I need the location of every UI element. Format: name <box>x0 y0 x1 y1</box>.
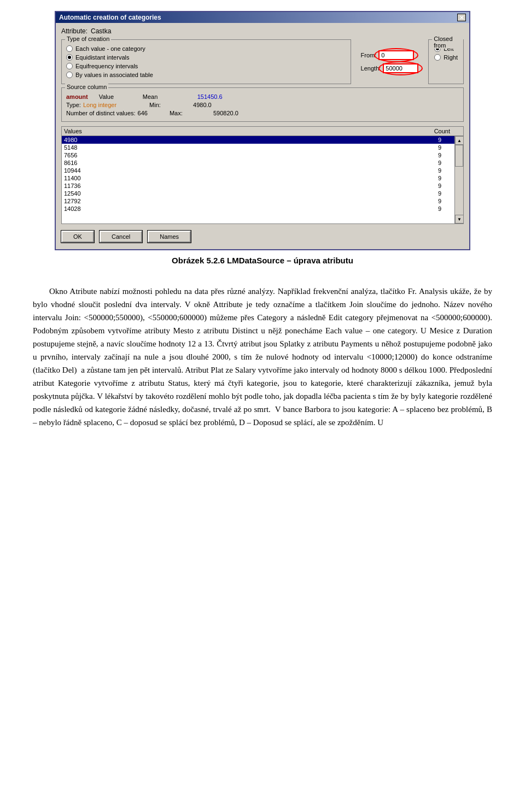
radio-equifrequency[interactable]: Equifrequency intervals <box>66 63 346 69</box>
from-input[interactable] <box>378 50 414 60</box>
value-cell: 12540 <box>64 190 425 197</box>
radio-by-values-label: By values in associated table <box>75 72 153 78</box>
scroll-thumb[interactable] <box>455 145 463 167</box>
radio-equifrequency-label: Equifrequency intervals <box>75 63 138 69</box>
attribute-row: Attribute: Castka <box>61 27 464 35</box>
value-cell: 7656 <box>64 152 425 158</box>
attribute-value: Castka <box>91 27 111 35</box>
mean-label: Mean <box>143 93 197 100</box>
type-creation-legend: Type of creation <box>65 36 111 42</box>
table-row[interactable]: 11400 9 <box>62 174 454 182</box>
cancel-button[interactable]: Cancel <box>100 231 142 243</box>
length-row: Length: <box>361 63 419 73</box>
table-row[interactable]: 7656 9 <box>62 151 454 159</box>
dialog-title: Automatic creation of categories <box>59 14 161 21</box>
main-groups-row: Type of creation Each value - one catego… <box>61 39 464 84</box>
table-row[interactable]: 12792 9 <box>62 197 454 205</box>
radio-right-label: Right <box>444 54 458 61</box>
distinct-value: 646 <box>138 110 148 116</box>
value-cell: 11736 <box>64 183 425 189</box>
value-cell: 12792 <box>64 198 425 204</box>
count-cell: 9 <box>425 160 452 166</box>
count-col-header: Count <box>434 128 461 134</box>
closed-from-box: Closed from Left Right <box>428 39 464 84</box>
buttons-row: OK Cancel Names <box>61 228 464 245</box>
source-row-1: amount Value Mean 151450.6 <box>66 93 459 100</box>
source-column-box: Source column amount Value Mean 151450.6… <box>61 87 464 122</box>
values-col-header: Values <box>64 128 434 134</box>
from-row: From: <box>361 50 419 60</box>
from-length-box: From: Length: <box>355 39 424 84</box>
max-label: Max: <box>170 110 213 116</box>
attribute-label: Attribute: <box>61 27 88 35</box>
table-row[interactable]: 4980 9 <box>62 136 454 144</box>
names-button[interactable]: Names <box>148 231 191 243</box>
length-input[interactable] <box>383 63 418 73</box>
table-row[interactable]: 12540 9 <box>62 190 454 197</box>
count-cell: 9 <box>425 183 452 189</box>
dialog-content: Attribute: Castka Type of creation Each … <box>56 23 469 249</box>
scroll-down-btn[interactable]: ▼ <box>455 215 463 223</box>
radio-equidistant-btn[interactable] <box>66 54 73 61</box>
scroll-up-btn[interactable]: ▲ <box>455 136 463 145</box>
radio-right-btn[interactable] <box>434 54 441 61</box>
count-cell: 9 <box>425 137 452 143</box>
close-button[interactable]: ✕ <box>457 14 466 21</box>
value-cell: 11400 <box>64 175 425 181</box>
table-row[interactable]: 10944 9 <box>62 167 454 174</box>
values-table-body[interactable]: 4980 9 5148 9 7656 9 8616 <box>62 136 463 223</box>
table-row[interactable]: 14028 9 <box>62 205 454 213</box>
table-row[interactable]: 8616 9 <box>62 159 454 167</box>
source-row-3: Number of distinct values: 646 Max: 5908… <box>66 110 459 116</box>
closed-from-legend: Closed from <box>432 36 463 49</box>
count-cell: 9 <box>425 152 452 158</box>
source-row-2: Type: Long integer Min: 4980.0 <box>66 102 459 108</box>
scrollbar[interactable]: ▲ ▼ <box>454 136 463 223</box>
radio-by-values[interactable]: By values in associated table <box>66 72 346 78</box>
radio-each-value-label: Each value - one category <box>75 45 145 52</box>
count-cell: 9 <box>425 167 452 174</box>
value-cell: 4980 <box>64 137 425 143</box>
text-content: Okno Atribute nabízí možnosti pohledu na… <box>11 274 514 445</box>
type-creation-box: Type of creation Each value - one catego… <box>61 39 351 84</box>
figure-caption: Obrázek 5.2.6 LMDataSource – úprava atri… <box>11 256 514 265</box>
length-input-wrap <box>383 63 418 73</box>
value-cell: 5148 <box>64 144 425 151</box>
radio-each-value-btn[interactable] <box>66 45 73 52</box>
radio-right[interactable]: Right <box>434 54 458 61</box>
from-input-wrap <box>378 50 414 60</box>
dialog-window: Automatic creation of categories ✕ Attri… <box>55 11 470 250</box>
min-value: 4980.0 <box>193 102 212 108</box>
count-cell: 9 <box>425 198 452 204</box>
radio-equidistant-label: Equidistant intervals <box>75 54 129 61</box>
type-label: Type: <box>66 102 81 108</box>
mean-value: 151450.6 <box>197 93 223 100</box>
radio-each-value[interactable]: Each value - one category <box>66 45 346 52</box>
dialog-titlebar: Automatic creation of categories ✕ <box>56 12 469 23</box>
ok-button[interactable]: OK <box>61 231 94 243</box>
value-cell: 14028 <box>64 205 425 212</box>
source-column-legend: Source column <box>65 84 108 90</box>
main-paragraph: Okno Atribute nabízí možnosti pohledu na… <box>33 285 492 429</box>
count-cell: 9 <box>425 175 452 181</box>
value-header: Value <box>99 93 143 100</box>
table-row[interactable]: 5148 9 <box>62 144 454 151</box>
value-cell: 8616 <box>64 160 425 166</box>
values-table: Values Count 4980 9 5148 9 <box>61 126 464 224</box>
distinct-label: Number of distinct values: <box>66 110 136 116</box>
length-label: Length: <box>361 65 381 72</box>
from-label: From: <box>361 52 377 58</box>
max-value: 590820.0 <box>213 110 238 116</box>
count-cell: 9 <box>425 190 452 197</box>
table-row[interactable]: 11736 9 <box>62 182 454 190</box>
source-name: amount <box>66 93 88 100</box>
value-cell: 10944 <box>64 167 425 174</box>
values-table-header: Values Count <box>62 127 463 136</box>
radio-equifrequency-btn[interactable] <box>66 63 73 69</box>
count-cell: 9 <box>425 144 452 151</box>
count-cell: 9 <box>425 205 452 212</box>
radio-by-values-btn[interactable] <box>66 72 73 78</box>
type-value: Long integer <box>83 102 116 108</box>
min-label: Min: <box>149 102 193 108</box>
radio-equidistant[interactable]: Equidistant intervals <box>66 54 346 61</box>
